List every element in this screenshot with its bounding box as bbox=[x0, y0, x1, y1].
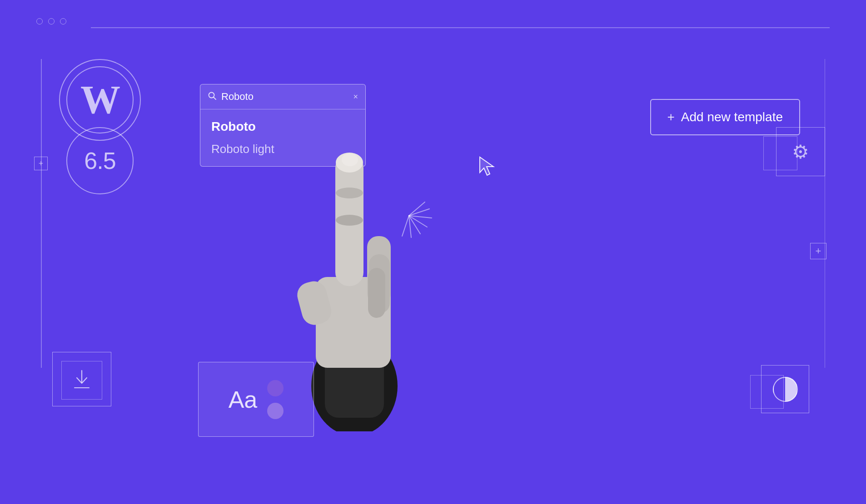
color-swatch-1 bbox=[267, 380, 284, 396]
version-number: 6.5 bbox=[84, 147, 115, 174]
color-swatch-2 bbox=[267, 403, 284, 419]
font-preview-aa: Aa bbox=[229, 386, 258, 413]
download-inner-box bbox=[61, 361, 102, 400]
search-input-row[interactable]: Roboto × bbox=[200, 84, 365, 109]
svg-point-14 bbox=[336, 215, 363, 226]
browser-dot-1 bbox=[36, 18, 43, 25]
svg-point-13 bbox=[336, 188, 363, 198]
download-box-container bbox=[52, 352, 111, 406]
search-input-value[interactable]: Roboto bbox=[221, 91, 348, 103]
browser-chrome bbox=[36, 18, 66, 25]
svg-rect-17 bbox=[368, 268, 385, 318]
contrast-box-container bbox=[761, 365, 809, 413]
contrast-area bbox=[761, 365, 809, 413]
wp-letter: W bbox=[80, 80, 119, 120]
left-plus-icon[interactable]: + bbox=[34, 157, 48, 170]
font-preview-box: Aa bbox=[198, 362, 314, 437]
search-icon bbox=[208, 91, 217, 103]
wp-inner-circle: W bbox=[66, 66, 134, 133]
contrast-offset-box bbox=[750, 375, 784, 409]
search-clear-button[interactable]: × bbox=[353, 92, 358, 102]
wordpress-logo-area: W 6.5 bbox=[59, 59, 141, 194]
add-template-label: Add new template bbox=[681, 110, 783, 124]
plus-symbol: + bbox=[39, 159, 44, 168]
top-divider bbox=[91, 27, 830, 28]
wp-outer-circle: W bbox=[59, 59, 141, 141]
svg-line-1 bbox=[214, 97, 216, 99]
gear-offset-box bbox=[763, 136, 797, 170]
download-area bbox=[52, 352, 111, 406]
svg-point-20 bbox=[342, 153, 358, 166]
left-vertical-line bbox=[41, 59, 42, 368]
right-plus-symbol: + bbox=[816, 245, 821, 257]
right-vertical-line bbox=[825, 59, 826, 368]
add-template-plus-icon: + bbox=[667, 110, 675, 124]
browser-dot-3 bbox=[60, 18, 66, 25]
browser-dot-2 bbox=[48, 18, 55, 25]
color-dots bbox=[267, 380, 284, 419]
